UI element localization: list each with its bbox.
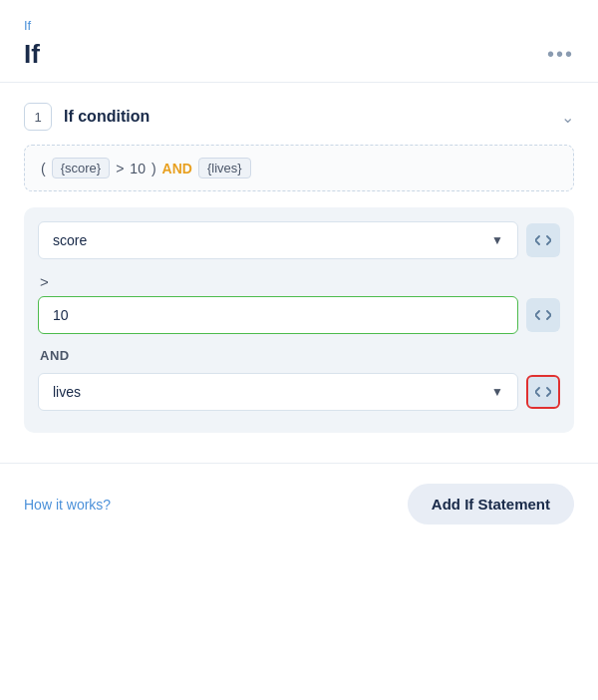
formula-and-operator: AND: [162, 161, 192, 176]
chevron-down-icon[interactable]: ⌄: [561, 108, 574, 127]
step-badge: 1: [24, 103, 52, 131]
more-options-icon[interactable]: •••: [547, 43, 574, 66]
code-icon: [535, 309, 551, 321]
score-field-select[interactable]: score ▼: [38, 221, 518, 259]
lives-field-select[interactable]: lives ▼: [38, 373, 518, 411]
formula-value: 10: [130, 161, 146, 176]
score-dropdown-arrow: ▼: [491, 233, 503, 247]
formula-lives-tag: {lives}: [198, 158, 251, 178]
operator-row: >: [38, 267, 560, 296]
value-code-button[interactable]: [526, 298, 560, 332]
lives-dropdown-arrow: ▼: [491, 385, 503, 399]
code-icon: [535, 386, 551, 398]
formula-score-tag: {score}: [52, 158, 110, 178]
condition-title: If condition: [64, 108, 150, 126]
conditions-box: score ▼ > 10: [24, 207, 574, 433]
score-field-label: score: [53, 232, 87, 248]
formula-open-paren: (: [41, 161, 46, 176]
formula-preview: ( {score} > 10 ) AND {lives}: [24, 145, 574, 191]
header-section: If If •••: [0, 0, 598, 83]
lives-field-row: lives ▼: [38, 373, 560, 411]
formula-gt-operator: >: [116, 161, 124, 176]
page-title: If: [24, 39, 40, 70]
score-code-button[interactable]: [526, 223, 560, 257]
add-if-statement-button[interactable]: Add If Statement: [408, 484, 574, 525]
value-row: 10: [38, 296, 560, 334]
formula-close-paren: ): [151, 161, 156, 176]
score-field-row: score ▼: [38, 221, 560, 259]
breadcrumb: If: [24, 18, 574, 33]
condition-header: 1 If condition ⌄: [24, 103, 574, 131]
code-icon: [535, 234, 551, 246]
and-label: AND: [38, 342, 560, 373]
value-text: 10: [53, 307, 69, 323]
footer: How it works? Add If Statement: [0, 463, 598, 544]
how-it-works-link[interactable]: How it works?: [24, 497, 111, 513]
lives-field-label: lives: [53, 384, 81, 400]
lives-code-button[interactable]: [526, 375, 560, 409]
main-content: 1 If condition ⌄ ( {score} > 10 ) AND {l…: [0, 83, 598, 453]
operator-label: >: [40, 273, 49, 290]
value-input[interactable]: 10: [38, 296, 518, 334]
